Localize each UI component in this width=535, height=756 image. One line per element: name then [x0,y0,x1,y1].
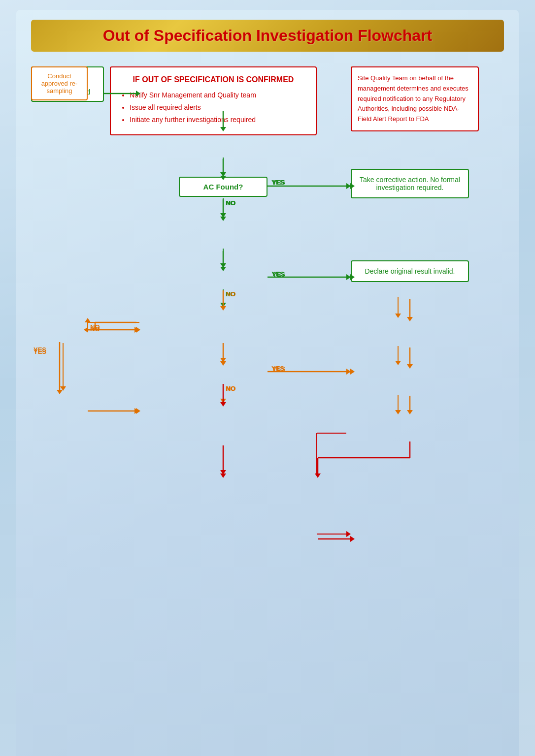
svg-marker-67 [88,318,95,322]
svg-marker-29 [134,327,139,333]
yes-ac2: YES [271,270,284,278]
bullet-1: Notify Snr Management and Quality team [130,89,307,101]
svg-marker-68 [84,327,88,333]
svg-marker-27 [220,399,226,403]
declare-invalid-label: Declare original result invalid. [365,267,455,275]
svg-marker-81 [220,402,226,407]
svg-marker-9 [220,213,226,218]
svg-marker-17 [395,314,401,318]
svg-marker-79 [350,369,355,375]
yes-ac1: YES [271,179,284,186]
svg-marker-52 [220,217,226,221]
ac-found-1-label: AC Found? [203,183,243,191]
svg-marker-54 [220,267,226,271]
svg-marker-5 [220,172,226,177]
conduct-resample-box: Conduct approved re-sampling [31,66,88,100]
corrective-label: Take corrective action. No formal invest… [360,176,460,191]
svg-marker-71 [136,327,140,333]
svg-marker-36 [85,318,91,322]
site-quality-label: Site Quality Team on behalf of the manag… [358,74,468,123]
no-ac2: NO [226,290,236,298]
site-quality-box: Site Quality Team on behalf of the manag… [351,66,479,131]
page-title: Out of Specification Investigation Flowc… [41,27,494,45]
yes-resample: YES [33,348,46,355]
flowchart-canvas: Out ofspecificationresult detected Labor… [31,66,504,756]
svg-marker-77 [220,361,226,366]
svg-marker-58 [220,306,226,311]
svg-marker-7 [346,183,351,189]
bullet-3: Initiate any further investigations requ… [130,114,307,126]
corrective-box: Take corrective action. No formal invest… [351,169,469,198]
yes-ac3: YES [271,365,284,372]
svg-marker-83 [220,473,226,478]
if-oos-box: IF OUT OF SPECIFICATION IS CONFIRMED Not… [110,66,317,135]
svg-marker-60 [407,317,413,321]
svg-marker-21 [395,410,401,414]
svg-marker-33 [134,408,139,414]
bullet-2: Issue all required alerts [130,101,307,114]
svg-marker-11 [220,263,226,268]
title-banner: Out of Specification Investigation Flowc… [31,20,504,52]
svg-marker-23 [220,358,226,362]
svg-marker-75 [136,408,140,414]
if-oos-bullets: Notify Snr Management and Quality team I… [120,89,307,126]
svg-marker-38 [220,470,226,474]
declare-invalid-box: Declare original result invalid. [351,260,469,282]
no-ac1: NO [226,199,236,207]
svg-marker-64 [407,410,413,414]
page-container: Out of Specification Investigation Flowc… [16,10,519,756]
svg-marker-15 [220,303,226,307]
svg-marker-89 [350,536,355,542]
svg-marker-31 [60,386,66,391]
svg-marker-25 [346,369,351,375]
if-oos-title: IF OUT OF SPECIFICATION IS CONFIRMED [120,75,307,84]
svg-marker-40 [346,531,351,537]
svg-marker-87 [315,473,321,478]
svg-marker-62 [407,364,413,369]
no-resample: NO [90,323,100,331]
no-ac3: NO [226,385,236,392]
svg-marker-19 [395,361,401,365]
conduct-resample-label: Conduct approved re-sampling [41,72,78,94]
svg-marker-73 [57,390,63,394]
ac-found-1-box: AC Found? [179,177,268,197]
svg-marker-13 [346,274,351,280]
